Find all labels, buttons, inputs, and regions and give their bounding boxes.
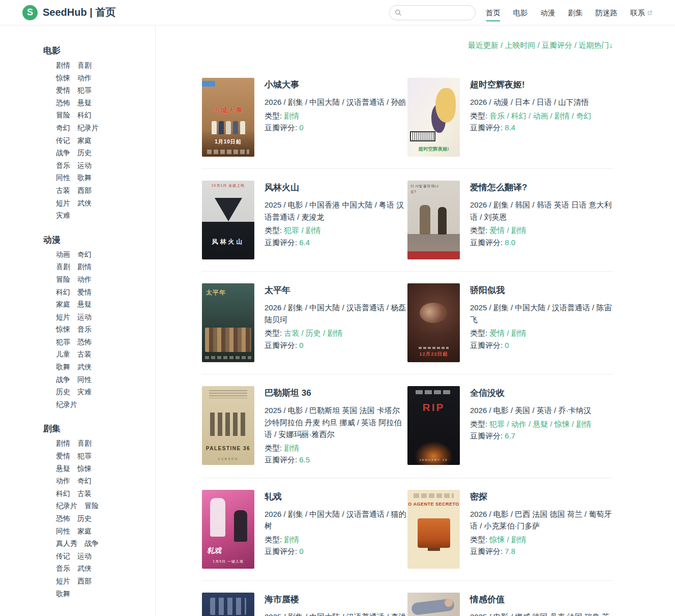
- genre-link[interactable]: 爱情: [489, 226, 505, 234]
- sidebar-genre-link[interactable]: 武侠: [77, 363, 92, 371]
- genre-link[interactable]: 剧情: [327, 329, 342, 337]
- genre-link[interactable]: 悬疑: [533, 420, 548, 428]
- movie-poster[interactable]: 太平年: [202, 283, 254, 362]
- movie-title[interactable]: 风林火山: [265, 182, 407, 193]
- genre-link[interactable]: 爱情: [489, 329, 505, 337]
- sidebar-genre-link[interactable]: 战争: [84, 539, 99, 547]
- sidebar-genre-link[interactable]: 喜剧: [56, 262, 70, 271]
- genre-link[interactable]: 犯罪: [489, 420, 505, 428]
- movie-poster[interactable]: 12月22日起: [407, 283, 460, 362]
- sidebar-genre-link[interactable]: 冒险: [84, 502, 99, 510]
- sidebar-genre-link[interactable]: 冒险: [56, 275, 70, 283]
- sidebar-genre-link[interactable]: 恐怖: [56, 99, 70, 107]
- genre-link[interactable]: 动画: [533, 111, 548, 120]
- sidebar-genre-link[interactable]: 历史: [77, 514, 92, 522]
- sidebar-genre-link[interactable]: 纪录片: [56, 502, 77, 510]
- movie-title[interactable]: 太平年: [265, 284, 407, 296]
- sidebar-genre-link[interactable]: 剧情: [56, 439, 70, 447]
- genre-link[interactable]: 剧情: [284, 535, 299, 544]
- genre-link[interactable]: 历史: [306, 329, 321, 337]
- sidebar-genre-link[interactable]: 传记: [56, 552, 70, 560]
- sidebar-genre-link[interactable]: 悬疑: [77, 300, 92, 308]
- sidebar-genre-link[interactable]: 武侠: [77, 199, 92, 207]
- sidebar-genre-link[interactable]: 儿童: [56, 350, 70, 358]
- sidebar-genre-link[interactable]: 家庭: [77, 136, 92, 144]
- genre-link[interactable]: 奇幻: [576, 111, 591, 120]
- sidebar-genre-link[interactable]: 同性: [56, 173, 70, 182]
- nav-antilost[interactable]: 防迷路: [596, 6, 618, 19]
- sidebar-genre-link[interactable]: 音乐: [56, 564, 70, 572]
- sidebar-genre-link[interactable]: 犯罪: [77, 86, 92, 94]
- sidebar-genre-link[interactable]: 奇幻: [77, 250, 92, 258]
- sidebar-genre-link[interactable]: 惊悚: [56, 74, 70, 82]
- sidebar-genre-link[interactable]: 古装: [77, 350, 92, 358]
- movie-title[interactable]: 情感价值: [470, 594, 613, 605]
- sidebar-genre-link[interactable]: 纪录片: [56, 400, 77, 408]
- genre-link[interactable]: 剧情: [284, 111, 299, 120]
- sidebar-genre-link[interactable]: 短片: [56, 313, 70, 321]
- sidebar-genre-link[interactable]: 科幻: [56, 288, 70, 296]
- genre-link[interactable]: 惊悚: [489, 535, 505, 544]
- nav-series[interactable]: 剧集: [568, 6, 583, 19]
- sidebar-genre-link[interactable]: 古装: [77, 489, 92, 497]
- sidebar-section-title[interactable]: 剧集: [43, 423, 150, 435]
- sidebar-genre-link[interactable]: 犯罪: [77, 452, 92, 460]
- sidebar-genre-link[interactable]: 动作: [77, 275, 92, 283]
- sidebar-genre-link[interactable]: 动作: [77, 74, 92, 82]
- sidebar-genre-link[interactable]: 惊悚: [77, 464, 92, 473]
- sidebar-genre-link[interactable]: 犯罪: [56, 338, 70, 346]
- site-title[interactable]: SeedHub | 首页: [43, 6, 115, 19]
- movie-poster[interactable]: 이 사랑 통역 돼나요?: [407, 181, 460, 259]
- sidebar-genre-link[interactable]: 音乐: [77, 325, 92, 333]
- genre-link[interactable]: 古装: [284, 329, 299, 337]
- sidebar-genre-link[interactable]: 短片: [56, 577, 70, 585]
- sidebar-genre-link[interactable]: 家庭: [56, 300, 70, 308]
- search-box[interactable]: [389, 5, 476, 20]
- sidebar-genre-link[interactable]: 恐怖: [56, 514, 70, 522]
- movie-title[interactable]: 小城大事: [265, 79, 407, 91]
- sidebar-genre-link[interactable]: 科幻: [56, 489, 70, 497]
- sidebar-genre-link[interactable]: 历史: [77, 149, 92, 157]
- sidebar-genre-link[interactable]: 同性: [77, 375, 92, 384]
- sidebar-genre-link[interactable]: 同性: [56, 527, 70, 535]
- genre-link[interactable]: 剧情: [511, 226, 526, 234]
- sidebar-genre-link[interactable]: 家庭: [77, 527, 92, 535]
- sidebar-genre-link[interactable]: 传记: [56, 136, 70, 144]
- movie-poster[interactable]: PALESTINE 36 CURZON: [202, 386, 254, 465]
- movie-title[interactable]: 全信没收: [470, 387, 613, 399]
- sidebar-genre-link[interactable]: 剧情: [77, 262, 92, 271]
- genre-link[interactable]: 剧情: [306, 226, 321, 234]
- sidebar-genre-link[interactable]: 动画: [56, 250, 70, 258]
- sidebar-genre-link[interactable]: 短片: [56, 199, 70, 207]
- search-input[interactable]: [405, 9, 470, 16]
- nav-home[interactable]: 首页: [486, 6, 501, 19]
- sidebar-genre-link[interactable]: 爱情: [56, 86, 70, 94]
- sidebar-genre-link[interactable]: 恐怖: [77, 338, 92, 346]
- genre-link[interactable]: 剧情: [554, 111, 570, 120]
- sidebar-genre-link[interactable]: 奇幻: [77, 477, 92, 485]
- genre-link[interactable]: 剧情: [576, 420, 591, 428]
- sidebar-genre-link[interactable]: 灾难: [56, 211, 70, 219]
- sidebar-genre-link[interactable]: 战争: [56, 375, 70, 384]
- movie-title[interactable]: 轧戏: [265, 491, 407, 503]
- sidebar-genre-link[interactable]: 西部: [77, 577, 92, 585]
- movie-poster[interactable]: 小城大事 1月10日起: [202, 78, 254, 157]
- sidebar-genre-link[interactable]: 惊悚: [56, 325, 70, 333]
- nav-movies[interactable]: 电影: [513, 6, 528, 19]
- movie-poster[interactable]: O AGENTE SECRETO: [407, 490, 460, 569]
- movie-title[interactable]: 爱情怎么翻译?: [470, 182, 613, 193]
- genre-link[interactable]: 惊悚: [554, 420, 570, 428]
- movie-poster[interactable]: 超时空辉夜姬!: [407, 78, 460, 157]
- nav-contact[interactable]: 联系: [630, 6, 653, 19]
- sidebar-genre-link[interactable]: 悬疑: [77, 99, 92, 107]
- genre-link[interactable]: 剧情: [511, 535, 526, 544]
- sidebar-genre-link[interactable]: 喜剧: [77, 61, 92, 69]
- sidebar-genre-link[interactable]: 纪录片: [77, 124, 99, 132]
- movie-title[interactable]: 密探: [470, 491, 613, 503]
- movie-title[interactable]: 巴勒斯坦 36: [265, 387, 407, 399]
- sidebar-genre-link[interactable]: 剧情: [56, 61, 70, 69]
- genre-link[interactable]: 犯罪: [284, 226, 299, 234]
- sidebar-genre-link[interactable]: 悬疑: [56, 464, 70, 473]
- movie-poster[interactable]: [407, 593, 460, 616]
- sidebar-genre-link[interactable]: 歌舞: [56, 590, 70, 598]
